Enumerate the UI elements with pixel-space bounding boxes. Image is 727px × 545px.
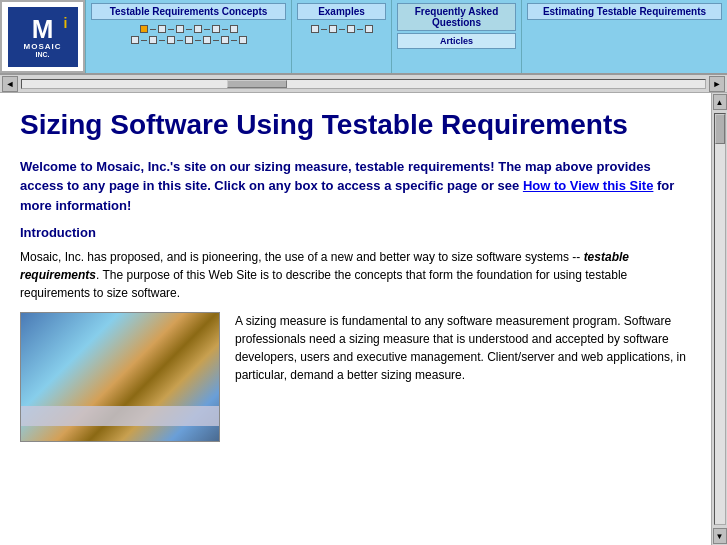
nav-diagram-examples — [311, 25, 373, 33]
nav-section-examples[interactable]: Examples — [291, 0, 391, 73]
scroll-down-button[interactable]: ▼ — [713, 528, 727, 544]
nav-connector — [195, 40, 201, 41]
nav-connector — [141, 40, 147, 41]
lower-section: A sizing measure is fundamental to any s… — [20, 312, 691, 442]
nav-connector — [213, 40, 219, 41]
nav-connector — [177, 40, 183, 41]
nav-box[interactable] — [221, 36, 229, 44]
nav-box[interactable] — [140, 25, 148, 33]
nav-box[interactable] — [149, 36, 157, 44]
nav-title-faq[interactable]: Frequently Asked Questions — [397, 3, 516, 31]
scroll-left-button[interactable]: ◄ — [2, 76, 18, 92]
main-wrapper: Sizing Software Using Testable Requireme… — [0, 93, 727, 545]
nav-box[interactable] — [311, 25, 319, 33]
nav-diagram-testable — [140, 25, 238, 33]
body-paragraph-1: Mosaic, Inc. has proposed, and is pionee… — [20, 248, 691, 302]
nav-box[interactable] — [230, 25, 238, 33]
main-content: Sizing Software Using Testable Requireme… — [0, 93, 711, 545]
logo-area: M i MOSAIC INC. — [0, 0, 85, 73]
nav-sections: Testable Requirements Concepts — [85, 0, 727, 73]
nav-connector — [186, 29, 192, 30]
horizontal-scrollbar: ◄ ► — [0, 75, 727, 93]
logo-m: M — [32, 16, 54, 42]
nav-section-faq[interactable]: Frequently Asked Questions Articles — [391, 0, 521, 73]
nav-box[interactable] — [158, 25, 166, 33]
nav-connector — [339, 29, 345, 30]
nav-connector — [204, 29, 210, 30]
nav-diagram-testable-2 — [131, 36, 247, 44]
scroll-right-button[interactable]: ► — [709, 76, 725, 92]
vscroll-thumb[interactable] — [715, 114, 725, 144]
nav-title-testable[interactable]: Testable Requirements Concepts — [91, 3, 286, 20]
nav-box[interactable] — [176, 25, 184, 33]
page-title: Sizing Software Using Testable Requireme… — [20, 108, 691, 142]
logo[interactable]: M i MOSAIC INC. — [8, 7, 78, 67]
nav-box[interactable] — [203, 36, 211, 44]
scroll-up-button[interactable]: ▲ — [713, 94, 727, 110]
logo-inc: INC. — [36, 51, 50, 58]
scroll-thumb[interactable] — [227, 80, 287, 88]
nav-connector — [222, 29, 228, 30]
nav-connector — [321, 29, 327, 30]
nav-sub-section: Articles — [397, 33, 516, 49]
nav-box[interactable] — [185, 36, 193, 44]
nav-title-examples[interactable]: Examples — [297, 3, 386, 20]
nav-connector — [168, 29, 174, 30]
nav-box[interactable] — [194, 25, 202, 33]
logo-i: i — [64, 15, 68, 31]
nav-section-estimating[interactable]: Estimating Testable Requirements — [521, 0, 727, 73]
nav-section-testable[interactable]: Testable Requirements Concepts — [85, 0, 291, 73]
nav-box[interactable] — [365, 25, 373, 33]
nav-sub-articles[interactable]: Articles — [397, 33, 516, 49]
how-to-view-link[interactable]: How to View this Site — [523, 178, 654, 193]
vscroll-track[interactable] — [714, 113, 726, 525]
introduction-heading: Introduction — [20, 225, 691, 240]
nav-box[interactable] — [167, 36, 175, 44]
intro-image — [20, 312, 220, 442]
nav-box[interactable] — [212, 25, 220, 33]
top-navigation: M i MOSAIC INC. Testable Requirements Co… — [0, 0, 727, 75]
nav-connector — [150, 29, 156, 30]
nav-connector — [357, 29, 363, 30]
intro-paragraph: Welcome to Mosaic, Inc.'s site on our si… — [20, 157, 691, 216]
body-text-prefix: Mosaic, Inc. has proposed, and is pionee… — [20, 250, 584, 264]
nav-box[interactable] — [347, 25, 355, 33]
nav-title-estimating[interactable]: Estimating Testable Requirements — [527, 3, 722, 20]
nav-box[interactable] — [239, 36, 247, 44]
nav-connector — [159, 40, 165, 41]
body-text-suffix: . The purpose of this Web Site is to des… — [20, 268, 627, 300]
nav-box[interactable] — [131, 36, 139, 44]
vertical-scrollbar: ▲ ▼ — [711, 93, 727, 545]
nav-connector — [231, 40, 237, 41]
scroll-track[interactable] — [21, 79, 706, 89]
logo-mosaic: MOSAIC — [24, 42, 62, 51]
nav-box[interactable] — [329, 25, 337, 33]
right-column-text: A sizing measure is fundamental to any s… — [235, 312, 691, 442]
